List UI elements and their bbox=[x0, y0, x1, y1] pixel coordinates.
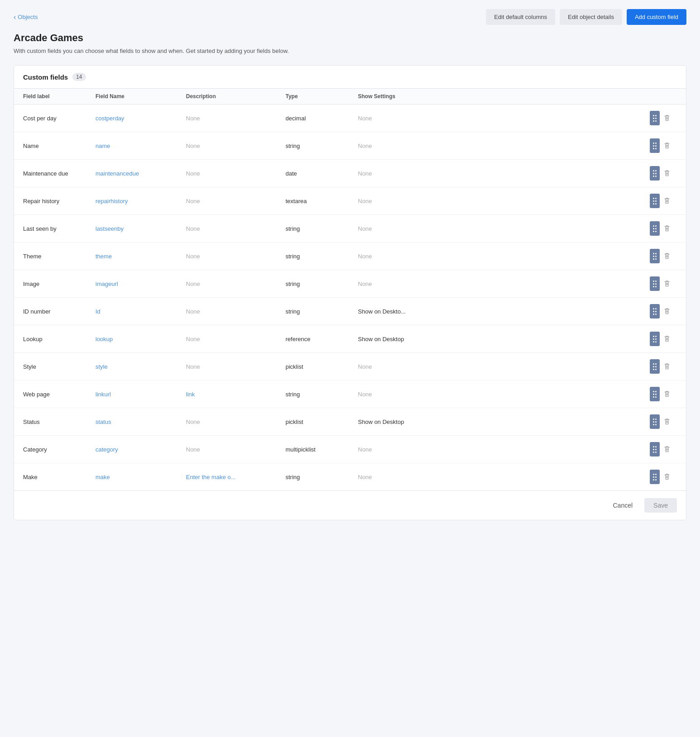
add-custom-field-button[interactable]: Add custom field bbox=[627, 9, 686, 25]
drag-handle[interactable] bbox=[650, 249, 660, 263]
cell-show-settings: None bbox=[358, 170, 650, 177]
drag-dots bbox=[653, 418, 657, 425]
trash-icon bbox=[663, 473, 671, 481]
table-row: Repair history repairhistory None textar… bbox=[14, 187, 686, 215]
cell-label: Status bbox=[23, 418, 95, 425]
row-actions bbox=[650, 359, 677, 374]
delete-button[interactable] bbox=[662, 112, 672, 124]
delete-button[interactable] bbox=[662, 140, 672, 152]
cell-fieldname: category bbox=[95, 446, 186, 453]
cell-type: string bbox=[286, 225, 358, 232]
card-header: Custom fields 14 bbox=[14, 66, 686, 89]
col-header-name: Field Name bbox=[95, 93, 186, 100]
trash-icon bbox=[663, 445, 671, 453]
cell-label: Web page bbox=[23, 391, 95, 398]
drag-handle[interactable] bbox=[650, 166, 660, 181]
drag-handle[interactable] bbox=[650, 194, 660, 208]
delete-button[interactable] bbox=[662, 416, 672, 428]
count-badge: 14 bbox=[72, 73, 86, 81]
table-row: Style style None picklist None bbox=[14, 353, 686, 380]
delete-button[interactable] bbox=[662, 361, 672, 372]
table-row: Theme theme None string None bbox=[14, 242, 686, 270]
cell-fieldname: maintenancedue bbox=[95, 170, 186, 177]
cell-show-settings: None bbox=[358, 446, 650, 453]
cell-type: string bbox=[286, 143, 358, 149]
drag-dots bbox=[653, 446, 657, 453]
cell-type: string bbox=[286, 281, 358, 287]
drag-handle[interactable] bbox=[650, 276, 660, 291]
table-row: ID number Id None string Show on Deskto.… bbox=[14, 298, 686, 325]
delete-button[interactable] bbox=[662, 443, 672, 455]
delete-button[interactable] bbox=[662, 223, 672, 234]
trash-icon bbox=[663, 169, 671, 177]
cell-type: string bbox=[286, 253, 358, 260]
drag-dots bbox=[653, 170, 657, 177]
row-actions bbox=[650, 166, 677, 181]
drag-dots bbox=[653, 143, 657, 149]
delete-button[interactable] bbox=[662, 167, 672, 179]
drag-handle[interactable] bbox=[650, 387, 660, 401]
drag-handle[interactable] bbox=[650, 111, 660, 125]
cell-label: Category bbox=[23, 446, 95, 453]
drag-handle[interactable] bbox=[650, 442, 660, 456]
row-actions bbox=[650, 332, 677, 346]
row-actions bbox=[650, 276, 677, 291]
trash-icon bbox=[663, 114, 671, 122]
delete-button[interactable] bbox=[662, 305, 672, 317]
cell-fieldname: lookup bbox=[95, 336, 186, 342]
table-row: Category category None multipicklist Non… bbox=[14, 436, 686, 463]
cell-label: Name bbox=[23, 143, 95, 149]
delete-button[interactable] bbox=[662, 195, 672, 207]
cell-show-settings: Show on Desktop bbox=[358, 336, 650, 342]
back-link[interactable]: Objects bbox=[14, 13, 38, 21]
trash-icon bbox=[663, 224, 671, 233]
cell-description: None bbox=[186, 281, 286, 287]
row-actions bbox=[650, 387, 677, 401]
cell-description: None bbox=[186, 253, 286, 260]
trash-icon bbox=[663, 418, 671, 426]
cell-show-settings: None bbox=[358, 253, 650, 260]
cell-show-settings: None bbox=[358, 143, 650, 149]
cell-description: None bbox=[186, 170, 286, 177]
delete-button[interactable] bbox=[662, 388, 672, 400]
drag-handle[interactable] bbox=[650, 470, 660, 484]
cell-type: date bbox=[286, 170, 358, 177]
cell-show-settings: None bbox=[358, 391, 650, 398]
cell-type: reference bbox=[286, 336, 358, 342]
drag-handle[interactable] bbox=[650, 332, 660, 346]
edit-object-button[interactable]: Edit object details bbox=[560, 9, 622, 25]
cell-fieldname: style bbox=[95, 363, 186, 370]
drag-handle[interactable] bbox=[650, 304, 660, 319]
col-header-type: Type bbox=[286, 93, 358, 100]
table-row: Image imageurl None string None bbox=[14, 270, 686, 298]
col-header-actions bbox=[650, 93, 677, 100]
drag-handle[interactable] bbox=[650, 414, 660, 429]
footer-bar: Cancel Save bbox=[14, 490, 686, 520]
cell-fieldname: linkurl bbox=[95, 391, 186, 398]
cell-description: None bbox=[186, 143, 286, 149]
table-row: Name name None string None bbox=[14, 132, 686, 160]
delete-button[interactable] bbox=[662, 333, 672, 345]
drag-handle[interactable] bbox=[650, 359, 660, 374]
cell-description: None bbox=[186, 446, 286, 453]
cancel-button[interactable]: Cancel bbox=[605, 498, 640, 513]
delete-button[interactable] bbox=[662, 250, 672, 262]
cell-fieldname: status bbox=[95, 418, 186, 425]
delete-button[interactable] bbox=[662, 278, 672, 290]
drag-handle[interactable] bbox=[650, 138, 660, 153]
cell-fieldname: make bbox=[95, 474, 186, 480]
drag-handle[interactable] bbox=[650, 221, 660, 236]
cell-fieldname: imageurl bbox=[95, 281, 186, 287]
cell-type: string bbox=[286, 391, 358, 398]
cell-show-settings: None bbox=[358, 115, 650, 122]
cell-type: picklist bbox=[286, 418, 358, 425]
cell-type: string bbox=[286, 308, 358, 315]
delete-button[interactable] bbox=[662, 471, 672, 483]
table-row: Cost per day costperday None decimal Non… bbox=[14, 105, 686, 132]
save-button[interactable]: Save bbox=[644, 498, 677, 513]
cell-fieldname: name bbox=[95, 143, 186, 149]
cell-label: Last seen by bbox=[23, 225, 95, 232]
trash-icon bbox=[663, 252, 671, 260]
custom-fields-card: Custom fields 14 Field label Field Name … bbox=[14, 65, 686, 520]
edit-columns-button[interactable]: Edit default columns bbox=[486, 9, 555, 25]
